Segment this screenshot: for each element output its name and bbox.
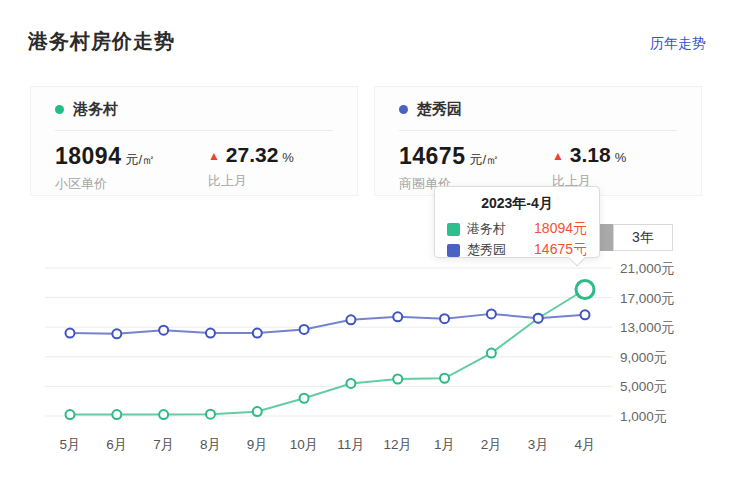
stat-card-gangwucun: 港务村 18094 元/㎡ 小区单价 27.32 % 比上月 xyxy=(30,86,358,196)
price-value: 14675 xyxy=(399,143,465,170)
change-value: 3.18 xyxy=(570,143,611,167)
price-value: 18094 xyxy=(55,143,121,170)
x-axis-label: 1月 xyxy=(434,437,455,452)
x-axis-label: 12月 xyxy=(383,437,412,452)
data-point[interactable] xyxy=(159,410,168,419)
x-axis-label: 6月 xyxy=(106,437,127,452)
change-unit: % xyxy=(282,150,294,165)
y-axis-label: 5,000元 xyxy=(620,379,667,394)
data-point[interactable] xyxy=(66,329,75,338)
data-point[interactable] xyxy=(440,314,449,323)
tooltip-series-value: 18094元 xyxy=(534,220,587,238)
data-point[interactable] xyxy=(487,349,496,358)
x-axis-label: 5月 xyxy=(59,437,80,452)
series-line xyxy=(70,290,585,415)
data-point[interactable] xyxy=(206,410,215,419)
price-label: 小区单价 xyxy=(55,175,208,193)
data-point[interactable] xyxy=(112,329,121,338)
data-point[interactable] xyxy=(346,379,355,388)
card-title: 港务村 xyxy=(73,100,118,119)
data-point[interactable] xyxy=(253,329,262,338)
data-point[interactable] xyxy=(206,329,215,338)
card-title: 楚秀园 xyxy=(417,100,462,119)
page-title: 港务村房价走势 xyxy=(28,28,175,55)
legend-swatch-icon xyxy=(447,223,460,236)
tooltip-title: 2023年-4月 xyxy=(447,195,587,213)
stat-card-chuxiuyuan: 楚秀园 14675 元/㎡ 商圈单价 3.18 % 比上月 xyxy=(374,86,702,196)
x-axis-label: 10月 xyxy=(290,437,319,452)
price-unit: 元/㎡ xyxy=(125,151,155,169)
data-point[interactable] xyxy=(393,312,402,321)
highlighted-data-point[interactable] xyxy=(576,281,594,299)
series-dot-icon xyxy=(399,105,408,114)
y-axis-label: 1,000元 xyxy=(620,409,667,424)
data-point[interactable] xyxy=(487,309,496,318)
data-point[interactable] xyxy=(253,407,262,416)
x-axis-label: 3月 xyxy=(528,437,549,452)
history-trend-link[interactable]: 历年走势 xyxy=(650,35,706,53)
price-unit: 元/㎡ xyxy=(469,151,499,169)
up-triangle-icon xyxy=(552,146,564,164)
x-axis-label: 4月 xyxy=(574,437,595,452)
y-axis-label: 17,000元 xyxy=(620,291,675,306)
x-axis-label: 11月 xyxy=(337,437,365,452)
tooltip-row: 港务村 18094元 xyxy=(447,220,587,238)
trend-chart: 1,000元5,000元9,000元13,000元17,000元21,000元5… xyxy=(0,250,738,478)
y-axis-label: 13,000元 xyxy=(620,320,675,335)
y-axis-label: 21,000元 xyxy=(620,261,675,276)
x-axis-label: 2月 xyxy=(481,437,502,452)
chart-tooltip: 2023年-4月 港务村 18094元 楚秀园 14675元 xyxy=(434,186,600,258)
change-unit: % xyxy=(615,150,627,165)
data-point[interactable] xyxy=(393,375,402,384)
range-button-3y[interactable]: 3年 xyxy=(613,224,673,251)
legend-swatch-icon xyxy=(447,244,460,257)
tooltip-series-label: 楚秀园 xyxy=(467,241,534,259)
data-point[interactable] xyxy=(346,315,355,324)
series-dot-icon xyxy=(55,105,64,114)
data-point[interactable] xyxy=(581,310,590,319)
up-triangle-icon xyxy=(208,146,220,164)
series-line xyxy=(70,314,585,334)
data-point[interactable] xyxy=(159,326,168,335)
x-axis-label: 9月 xyxy=(247,437,268,452)
x-axis-label: 7月 xyxy=(153,437,174,452)
data-point[interactable] xyxy=(300,394,309,403)
tooltip-series-label: 港务村 xyxy=(467,220,534,238)
divider xyxy=(399,130,677,131)
change-value: 27.32 xyxy=(226,143,279,167)
data-point[interactable] xyxy=(440,374,449,383)
y-axis-label: 9,000元 xyxy=(620,350,667,365)
data-point[interactable] xyxy=(300,325,309,334)
tooltip-row: 楚秀园 14675元 xyxy=(447,241,587,259)
change-label: 比上月 xyxy=(208,172,333,190)
data-point[interactable] xyxy=(66,410,75,419)
data-point[interactable] xyxy=(534,314,543,323)
data-point[interactable] xyxy=(112,410,121,419)
x-axis-label: 8月 xyxy=(200,437,221,452)
divider xyxy=(55,130,333,131)
